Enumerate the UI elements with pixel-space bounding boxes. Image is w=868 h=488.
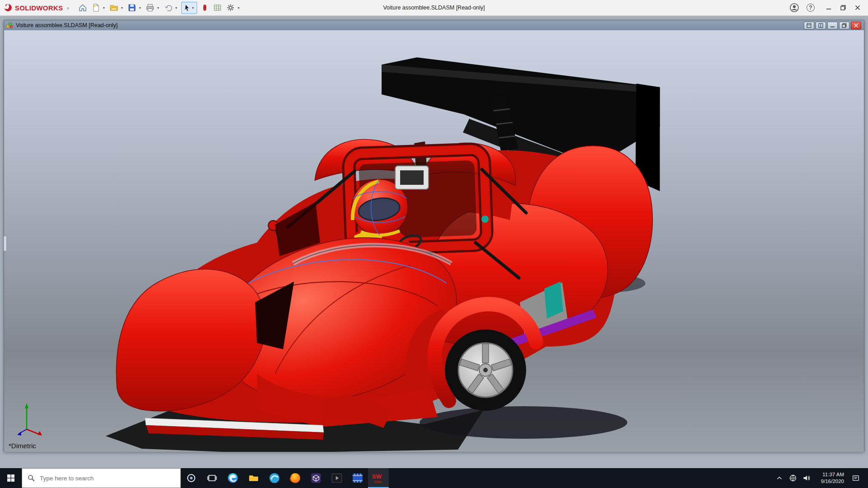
undo-button[interactable] [162, 2, 174, 14]
orientation-triad [14, 401, 47, 440]
browser-round-button[interactable] [264, 468, 285, 488]
viewport[interactable]: *Dimetric [4, 30, 864, 452]
firefox-icon [289, 472, 301, 484]
doc-tool-button-2[interactable] [816, 22, 826, 29]
print-icon [146, 3, 155, 12]
solidworks-taskbar-button[interactable]: SW 2020 [368, 468, 389, 488]
svg-text:SW: SW [372, 473, 382, 480]
home-button[interactable] [77, 2, 89, 14]
document-title: Voiture assomblee.SLDASM [Read-only] [16, 22, 118, 28]
volume-icon [802, 474, 811, 482]
viewport-resize-handle[interactable] [4, 236, 7, 251]
print-dropdown[interactable]: ▾ [157, 6, 159, 10]
assembly-document-icon [6, 22, 13, 29]
options-dropdown[interactable]: ▾ [238, 6, 240, 10]
firefox-button[interactable] [285, 468, 306, 488]
close-button[interactable] [851, 2, 864, 14]
notification-center-button[interactable] [847, 468, 865, 488]
cortana-button[interactable] [181, 468, 202, 488]
save-icon [127, 3, 137, 12]
doc-restore-icon [842, 23, 847, 28]
close-icon [855, 5, 860, 10]
options-gear-icon [226, 3, 235, 12]
home-icon [78, 3, 87, 12]
solidworks-logo: SOLIDWORKS › [4, 4, 69, 12]
search-input[interactable] [39, 474, 165, 482]
solidworks-app-icon: SW 2020 [371, 472, 386, 484]
split-pane-icon [818, 23, 823, 28]
brand-name: SOLIDWORKS [15, 4, 63, 12]
evaluate-button[interactable] [212, 2, 223, 14]
select-tool-dropdown[interactable]: ▾ [192, 6, 194, 10]
restore-button[interactable] [836, 2, 850, 14]
restore-icon [840, 5, 846, 10]
undo-dropdown[interactable]: ▾ [175, 6, 177, 10]
options-button[interactable] [225, 2, 236, 14]
document-window: Voiture assomblee.SLDASM [Read-only] [4, 20, 864, 452]
doc-minimize-button[interactable] [827, 22, 838, 29]
select-tool-group: ▾ [181, 2, 197, 14]
edge-browser-button[interactable] [222, 468, 243, 488]
clock-time: 11:37 AM [813, 471, 844, 478]
apply-scene-icon [201, 3, 209, 12]
save-dropdown[interactable]: ▾ [139, 6, 141, 10]
clock-date: 9/16/2020 [813, 478, 844, 485]
account-icon[interactable] [789, 3, 799, 13]
help-icon[interactable]: ? [807, 4, 815, 12]
ds-logo-icon [4, 4, 13, 12]
undo-icon [164, 3, 173, 12]
app-titlebar: SOLIDWORKS › ▾ ▾ [0, 0, 868, 16]
doc-minimize-icon [830, 23, 835, 28]
minimize-icon [826, 5, 831, 10]
doc-close-icon [854, 23, 859, 28]
new-document-dropdown[interactable]: ▾ [103, 6, 105, 10]
pane-icon [807, 23, 811, 28]
media-app-icon [331, 472, 343, 484]
save-button[interactable] [126, 2, 138, 14]
brand-expand-arrow[interactable]: › [67, 5, 69, 11]
network-globe-icon [789, 474, 797, 482]
view-orientation-label: *Dimetric [9, 442, 36, 450]
task-view-button[interactable] [202, 468, 222, 488]
search-icon [28, 474, 35, 482]
document-titlebar[interactable]: Voiture assomblee.SLDASM [Read-only] [4, 20, 864, 30]
select-cursor-icon [183, 4, 192, 12]
media-app-button[interactable] [326, 468, 347, 488]
apply-scene-button[interactable] [199, 2, 210, 14]
taskbar-clock[interactable]: 11:37 AM 9/16/2020 [813, 471, 847, 485]
taskbar: SW 2020 [0, 468, 868, 488]
notification-icon [852, 474, 860, 482]
network-button[interactable] [786, 468, 800, 488]
tray-expand-button[interactable] [773, 468, 786, 488]
video-app-icon [352, 472, 363, 484]
start-button[interactable] [0, 468, 22, 488]
round-browser-icon [269, 472, 280, 484]
video-app-button[interactable] [347, 468, 368, 488]
print-button[interactable] [144, 2, 156, 14]
open-button[interactable] [108, 2, 120, 14]
windows-logo-icon [7, 474, 15, 482]
chevron-up-icon [776, 474, 783, 482]
volume-button[interactable] [800, 468, 813, 488]
car-model-render [4, 30, 864, 452]
new-document-icon [91, 3, 100, 12]
file-explorer-icon [248, 472, 259, 484]
edge-icon [227, 472, 239, 484]
minimize-button[interactable] [822, 2, 835, 14]
file-explorer-button[interactable] [243, 468, 264, 488]
app-title: Voiture assomblee.SLDASM [Read-only] [383, 0, 485, 16]
open-folder-icon [109, 3, 118, 12]
select-tool-button[interactable] [183, 2, 192, 14]
new-document-button[interactable] [90, 2, 102, 14]
doc-tool-button-1[interactable] [804, 22, 814, 29]
cube-app-icon [310, 472, 322, 484]
task-view-icon [207, 473, 217, 483]
open-dropdown[interactable]: ▾ [121, 6, 123, 10]
doc-restore-button[interactable] [839, 22, 849, 29]
doc-close-button[interactable] [851, 22, 861, 29]
svg-text:2020: 2020 [374, 480, 382, 484]
taskbar-search[interactable] [22, 468, 181, 488]
cube-app-button[interactable] [306, 468, 326, 488]
evaluate-sheet-icon [213, 3, 222, 12]
desktop: SOLIDWORKS › ▾ ▾ [0, 0, 868, 488]
